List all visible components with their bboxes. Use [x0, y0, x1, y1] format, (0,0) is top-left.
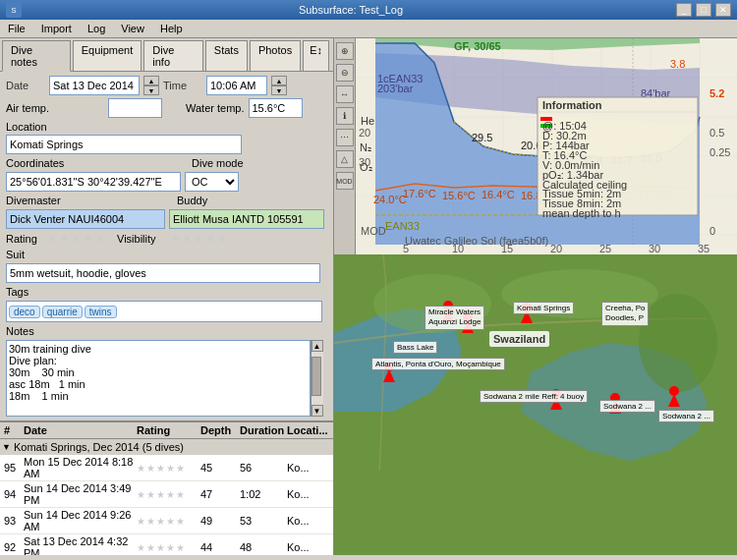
- time-down[interactable]: ▼: [271, 85, 287, 95]
- map-label-bass: Bass Lake: [393, 341, 437, 354]
- date-up[interactable]: ▲: [143, 76, 159, 85]
- chart-content: GF, 30/65 1cEAN33 203'bar 84'bar He N₂ O…: [356, 38, 737, 254]
- tab-stats[interactable]: Stats: [205, 40, 248, 71]
- dive-date-94: Sun 14 Dec 2014 3:49 PM: [24, 482, 137, 506]
- vis-star-3[interactable]: ★: [194, 232, 204, 246]
- dive-location-95: Ko...: [287, 462, 331, 474]
- tab-dive-info[interactable]: Dive info: [143, 40, 203, 71]
- suit-label-row: Suit: [6, 249, 327, 260]
- sidebar-icon-gas[interactable]: ⋯: [336, 129, 354, 146]
- dive-list: # Date Rating Depth Duration Locati... ▼…: [0, 420, 333, 555]
- svg-text:29.5: 29.5: [472, 132, 492, 143]
- dive-num-94: 94: [2, 488, 24, 500]
- water-temp-input[interactable]: [249, 98, 303, 118]
- date-down[interactable]: ▼: [143, 85, 159, 95]
- svg-text:15: 15: [501, 243, 513, 254]
- buddy-label: Buddy: [177, 195, 207, 206]
- notes-scroll-track: [312, 352, 323, 405]
- tab-equipment[interactable]: Equipment: [73, 40, 142, 71]
- minimize-button[interactable]: _: [676, 3, 692, 17]
- col-header-rating: Rating: [137, 424, 200, 436]
- menu-import[interactable]: Import: [37, 22, 76, 35]
- dive-date-95: Mon 15 Dec 2014 8:18 AM: [24, 456, 137, 479]
- divemaster-input[interactable]: [6, 209, 165, 229]
- group-arrow-komati: ▼: [2, 442, 11, 452]
- star-1[interactable]: ★: [47, 232, 58, 246]
- notes-scroll-up[interactable]: ▲: [312, 340, 323, 352]
- notes-scroll-down[interactable]: ▼: [312, 405, 323, 417]
- maximize-button[interactable]: □: [696, 3, 711, 17]
- notes-scrollbar[interactable]: ▲ ▼: [311, 340, 322, 417]
- dive-chart: ⊕ ⊖ ↔ ℹ ⋯ △ MOD: [334, 38, 737, 254]
- tab-extra[interactable]: E↕: [303, 40, 329, 71]
- star-2[interactable]: ★: [59, 232, 70, 246]
- right-panel: ⊕ ⊖ ↔ ℹ ⋯ △ MOD: [334, 38, 737, 555]
- divemaster-buddy-labels: Divemaster Buddy: [6, 195, 327, 206]
- menu-file[interactable]: File: [4, 22, 29, 35]
- date-input[interactable]: [49, 76, 140, 95]
- location-input[interactable]: [6, 135, 242, 154]
- dive-group-komati-header[interactable]: ▼ Komati Springs, Dec 2014 (5 dives): [0, 439, 333, 455]
- tag-deco[interactable]: deco: [9, 306, 40, 318]
- vis-star-5[interactable]: ★: [217, 232, 228, 246]
- titlebar-controls: _ □ ✕: [676, 3, 731, 17]
- map-svg: [334, 254, 737, 555]
- notes-scroll-thumb[interactable]: [312, 357, 321, 396]
- buddy-input[interactable]: [169, 209, 324, 229]
- dive-row-92[interactable]: 92 Sat 13 Dec 2014 4:32 PM ★★★★★ 44 48 K…: [0, 534, 333, 555]
- sidebar-icon-info[interactable]: ℹ: [336, 107, 354, 125]
- location-row: [6, 135, 327, 154]
- dive-row-93[interactable]: 93 Sun 14 Dec 2014 9:26 AM ★★★★★ 49 53 K…: [0, 508, 333, 534]
- svg-text:16.4°C: 16.4°C: [482, 189, 515, 200]
- sidebar-icon-scroll[interactable]: ↔: [336, 85, 354, 103]
- titlebar-title: Subsurface: Test_Log: [26, 4, 676, 16]
- close-button[interactable]: ✕: [715, 3, 731, 17]
- suit-input[interactable]: [6, 263, 320, 283]
- app-icon: S: [6, 2, 22, 18]
- sidebar-icon-mod[interactable]: MOD: [336, 172, 354, 190]
- sidebar-icon-zoom-out[interactable]: ⊖: [336, 64, 354, 82]
- sidebar-icon-zoom-in[interactable]: ⊕: [336, 42, 354, 60]
- dive-rating-94: ★★★★★: [137, 489, 200, 500]
- notes-textarea[interactable]: 30m training dive Dive plan: 30m 30 min …: [6, 340, 311, 417]
- rating-stars[interactable]: ★ ★ ★ ★ ★: [47, 232, 105, 246]
- chart-svg: GF, 30/65 1cEAN33 203'bar 84'bar He N₂ O…: [356, 38, 737, 254]
- time-up[interactable]: ▲: [271, 76, 287, 85]
- dive-row-94[interactable]: 94 Sun 14 Dec 2014 3:49 PM ★★★★★ 47 1:02…: [0, 481, 333, 508]
- tag-twins[interactable]: twins: [85, 306, 117, 318]
- menu-help[interactable]: Help: [156, 22, 187, 35]
- star-4[interactable]: ★: [83, 232, 93, 246]
- tags-container[interactable]: deco quarrie twins: [6, 301, 322, 322]
- titlebar: S Subsurface: Test_Log _ □ ✕: [0, 0, 737, 20]
- menu-log[interactable]: Log: [84, 22, 109, 35]
- svg-text:5: 5: [403, 243, 409, 254]
- vis-star-2[interactable]: ★: [182, 232, 193, 246]
- coord-divemode-labels: Coordinates Dive mode: [6, 157, 327, 169]
- sidebar-icon-ruler[interactable]: △: [336, 150, 354, 168]
- time-input[interactable]: [206, 76, 267, 95]
- svg-text:N₂: N₂: [360, 141, 371, 153]
- vis-star-1[interactable]: ★: [170, 232, 181, 246]
- air-temp-input[interactable]: [108, 98, 162, 118]
- vis-star-4[interactable]: ★: [205, 232, 216, 246]
- dive-date-93: Sun 14 Dec 2014 9:26 AM: [24, 509, 137, 532]
- coordinates-input[interactable]: [6, 172, 181, 192]
- tab-dive-notes[interactable]: Dive notes: [2, 40, 71, 72]
- dive-notes-form: Date ▲ ▼ Time ▲ ▼ Air temp. Water temp.: [0, 72, 333, 420]
- tab-photos[interactable]: Photos: [250, 40, 301, 71]
- suit-row: [6, 263, 327, 283]
- tag-quarrie[interactable]: quarrie: [42, 306, 83, 318]
- date-time-row: Date ▲ ▼ Time ▲ ▼: [6, 76, 327, 95]
- svg-text:0.5: 0.5: [709, 127, 724, 139]
- star-5[interactable]: ★: [94, 232, 105, 246]
- menu-view[interactable]: View: [117, 22, 148, 35]
- svg-text:20: 20: [359, 127, 370, 139]
- tags-label: Tags: [6, 286, 28, 298]
- star-3[interactable]: ★: [71, 232, 82, 246]
- map-label-komati: Komati Springs: [513, 302, 574, 314]
- tags-label-row: Tags: [6, 286, 327, 298]
- visibility-stars[interactable]: ★ ★ ★ ★ ★: [170, 232, 228, 246]
- divemode-select[interactable]: OC: [185, 172, 239, 192]
- dive-row-95[interactable]: 95 Mon 15 Dec 2014 8:18 AM ★★★★★ 45 56 K…: [0, 455, 333, 481]
- dive-rating-92: ★★★★★: [137, 542, 200, 553]
